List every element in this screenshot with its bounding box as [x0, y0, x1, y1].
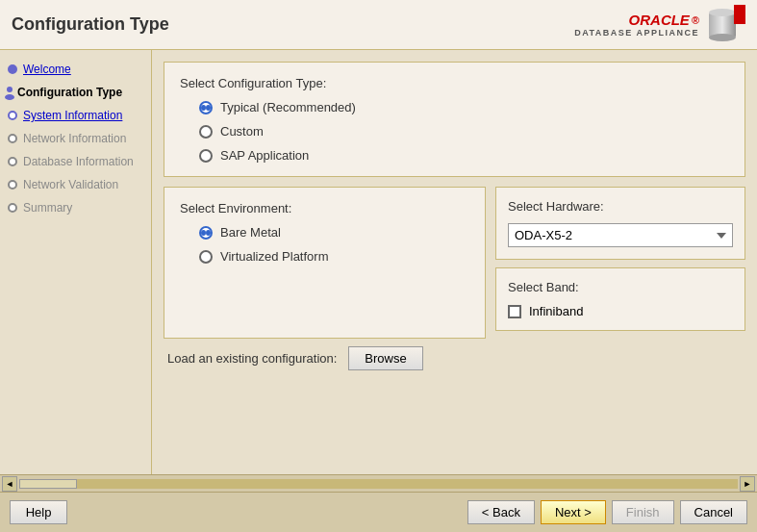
sidebar-item-network-info: Network Information [0, 127, 151, 150]
radio-virtualized[interactable]: Virtualized Platform [199, 249, 469, 264]
footer-left: Help [10, 500, 67, 524]
radio-virtualized-label: Virtualized Platform [220, 249, 328, 264]
oracle-subtitle: DATABASE APPLIANCE [574, 28, 699, 38]
scroll-thumb[interactable] [19, 479, 77, 489]
oracle-db-icon [705, 5, 745, 45]
oracle-brand-text: ORACLE [629, 12, 690, 28]
sidebar-item-summary: Summary [0, 196, 151, 219]
header: Configuration Type ORACLE ® DATABASE APP… [0, 0, 757, 50]
person-icon [2, 85, 17, 100]
radio-sap[interactable]: SAP Application [199, 148, 729, 163]
sidebar-dot-database-info [8, 157, 17, 166]
sidebar-dot-system-info [8, 111, 17, 120]
sidebar-dot-network-validation [8, 180, 17, 190]
scroll-left-arrow[interactable]: ◄ [2, 476, 17, 492]
sidebar-dot-summary [8, 203, 17, 213]
sidebar-item-system-info[interactable]: System Information [0, 104, 151, 127]
help-button[interactable]: Help [10, 500, 67, 524]
radio-custom[interactable]: Custom [199, 124, 729, 139]
band-panel: Select Band: Infiniband [495, 267, 745, 331]
cancel-button[interactable]: Cancel [680, 500, 747, 524]
radio-bare-metal-circle [199, 226, 213, 240]
browse-row: Load an existing configuration: Browse [164, 339, 745, 378]
sidebar-item-network-validation: Network Validation [0, 173, 151, 196]
sidebar-item-config-type[interactable]: Configuration Type [0, 81, 151, 104]
radio-bare-metal-label: Bare Metal [220, 225, 281, 240]
radio-custom-circle [199, 125, 213, 139]
svg-point-4 [7, 87, 13, 92]
radio-custom-label: Custom [220, 124, 264, 139]
horizontal-scrollbar: ◄ ► [0, 474, 757, 492]
lower-panels: Select Environment: Bare Metal Virtualiz… [164, 187, 745, 339]
radio-bare-metal[interactable]: Bare Metal [199, 225, 469, 240]
scroll-right-arrow[interactable]: ► [740, 476, 755, 492]
environment-col: Select Environment: Bare Metal Virtualiz… [164, 187, 486, 339]
environment-label: Select Environment: [180, 201, 469, 215]
band-label: Select Band: [508, 280, 733, 294]
svg-point-2 [709, 34, 736, 41]
finish-button: Finish [612, 500, 674, 524]
svg-rect-3 [734, 5, 745, 24]
config-type-radio-group: Typical (Recommended) Custom SAP Applica… [180, 100, 729, 163]
sidebar-dot-welcome [8, 64, 17, 74]
radio-sap-circle [199, 149, 213, 163]
svg-point-1 [709, 9, 736, 16]
infiniband-checkbox-box [508, 305, 521, 318]
next-button[interactable]: Next > [541, 500, 606, 524]
hardware-label: Select Hardware: [508, 199, 733, 214]
sidebar: Welcome Configuration Type System Inform… [0, 50, 152, 474]
back-button[interactable]: < Back [467, 500, 535, 524]
scroll-track[interactable] [19, 479, 738, 489]
sidebar-dot-network-info [8, 134, 17, 143]
browse-label: Load an existing configuration: [167, 351, 337, 366]
environment-panel: Select Environment: Bare Metal Virtualiz… [164, 187, 486, 339]
hardware-panel: Select Hardware: ODA-X5-2 ODA-X6-2 ODA-X… [495, 187, 745, 260]
main-layout: Welcome Configuration Type System Inform… [0, 50, 757, 474]
config-type-panel: Select Configuration Type: Typical (Reco… [164, 62, 745, 177]
config-type-label: Select Configuration Type: [180, 76, 729, 90]
sidebar-item-database-info: Database Information [0, 150, 151, 173]
sidebar-item-welcome[interactable]: Welcome [0, 58, 151, 81]
radio-sap-label: SAP Application [220, 148, 309, 163]
svg-point-5 [5, 94, 14, 100]
radio-virtualized-circle [199, 250, 213, 264]
page-title: Configuration Type [12, 14, 169, 35]
environment-radio-group: Bare Metal Virtualized Platform [180, 225, 469, 264]
browse-button[interactable]: Browse [348, 346, 422, 370]
hardware-col: Select Hardware: ODA-X5-2 ODA-X6-2 ODA-X… [495, 187, 745, 339]
content-area: Select Configuration Type: Typical (Reco… [152, 50, 757, 474]
infiniband-label: Infiniband [529, 304, 583, 318]
radio-typical-circle [199, 101, 213, 114]
radio-typical-label: Typical (Recommended) [220, 100, 356, 114]
infiniband-checkbox[interactable]: Infiniband [508, 304, 733, 318]
oracle-logo: ORACLE ® DATABASE APPLIANCE [574, 5, 745, 45]
footer: Help < Back Next > Finish Cancel [0, 492, 757, 532]
radio-typical[interactable]: Typical (Recommended) [199, 100, 729, 114]
footer-right: < Back Next > Finish Cancel [467, 500, 747, 524]
hardware-select[interactable]: ODA-X5-2 ODA-X6-2 ODA-X7-2 [508, 223, 733, 247]
